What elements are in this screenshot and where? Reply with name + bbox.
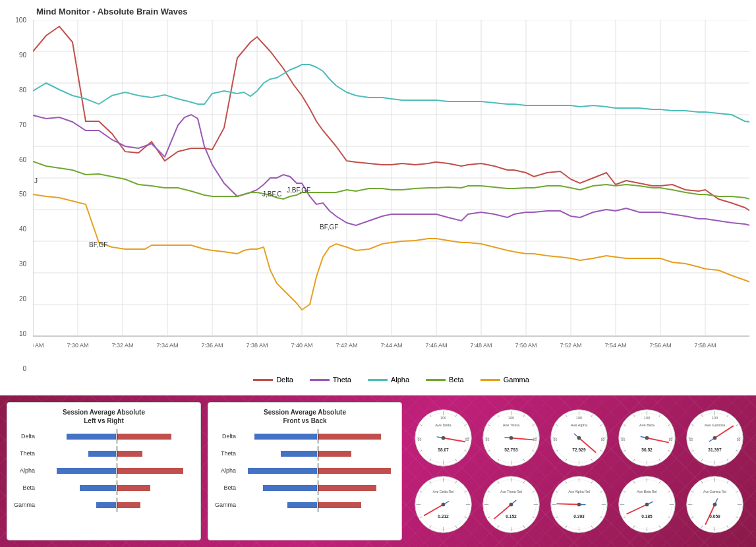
- gauge-ave-delta: 100 50 50 Ave Delta 58.07: [412, 407, 475, 469]
- left-chart-content: Delta Theta: [13, 429, 195, 512]
- bottom-section: Session Average AbsoluteLeft vs Right De…: [0, 395, 756, 547]
- bar-row-delta-fb: Delta: [214, 429, 396, 444]
- svg-text:56.52: 56.52: [641, 447, 653, 452]
- svg-text:7:58 AM: 7:58 AM: [694, 342, 716, 349]
- bar-label-theta-fb: Theta: [214, 450, 239, 457]
- gauge-delta-svg: 100 50 50 Ave Delta 58.07: [412, 407, 475, 469]
- svg-text:7:30 AM: 7:30 AM: [67, 342, 88, 349]
- gauge-alpha-rel-svg: Ave Alpha Rel 0.393: [548, 473, 610, 536]
- annotation-jbfgf: J,BF,GF: [287, 187, 310, 194]
- bar-label-theta-lr: Theta: [13, 450, 38, 457]
- svg-text:100: 100: [576, 416, 583, 420]
- svg-point-130: [645, 436, 649, 440]
- svg-text:7:32 AM: 7:32 AM: [111, 342, 133, 349]
- annotation-j: J: [34, 177, 38, 185]
- svg-text:Ave Gamma: Ave Gamma: [705, 423, 726, 427]
- svg-text:31.397: 31.397: [708, 447, 722, 452]
- svg-text:7:40 AM: 7:40 AM: [291, 342, 312, 349]
- svg-text:Ave Beta: Ave Beta: [639, 423, 655, 427]
- gauge-row-2: Ave Delta Rel 0.212: [409, 473, 749, 536]
- bar-area-beta-lr: [38, 480, 195, 495]
- right-chart-title: Session Average AbsoluteFront vs Back: [214, 408, 396, 425]
- bar-area-gamma-fb: [239, 498, 396, 512]
- bar-row-theta-fb: Theta: [214, 446, 396, 461]
- svg-text:7:50 AM: 7:50 AM: [515, 342, 537, 349]
- annotation-bfgf2: BF,GF: [320, 223, 338, 231]
- legend-gamma: Gamma: [480, 376, 529, 384]
- svg-text:7:56 AM: 7:56 AM: [649, 342, 671, 349]
- bar-row-theta-lr: Theta: [13, 446, 195, 461]
- annotation-jbfc: J,BF,C: [262, 190, 281, 198]
- legend-delta-label: Delta: [276, 376, 293, 384]
- bar-area-theta-lr: [38, 446, 195, 461]
- svg-text:Ave Theta: Ave Theta: [503, 423, 521, 427]
- gauge-delta-rel-svg: Ave Delta Rel 0.212: [412, 473, 475, 536]
- svg-text:Ave Beta Rel: Ave Beta Rel: [637, 490, 656, 494]
- gauge-ave-delta-rel: Ave Delta Rel 0.212: [412, 473, 475, 536]
- bar-row-alpha-fb: Alpha: [214, 463, 396, 478]
- svg-text:0.212: 0.212: [438, 514, 449, 519]
- svg-text:7:52 AM: 7:52 AM: [560, 342, 581, 349]
- svg-text:7:38 AM: 7:38 AM: [246, 342, 268, 349]
- bar-label-alpha-lr: Alpha: [13, 467, 38, 474]
- bar-label-alpha-fb: Alpha: [214, 467, 239, 474]
- bar-label-beta-lr: Beta: [13, 484, 38, 491]
- gauges-section: 100 50 50 Ave Delta 58.07: [409, 407, 749, 536]
- gauge-ave-alpha: 100 50 50 Ave Alpha 72.929: [548, 407, 610, 469]
- x-axis-labels: 7:28 AM 7:30 AM 7:32 AM 7:34 AM 7:36 AM …: [33, 342, 716, 349]
- svg-text:50: 50: [533, 438, 537, 442]
- left-chart-title: Session Average AbsoluteLeft vs Right: [13, 408, 195, 425]
- main-chart: 7:28 AM 7:30 AM 7:32 AM 7:34 AM 7:36 AM …: [33, 20, 749, 362]
- annotation-bfgf1: BF,GF: [89, 241, 107, 248]
- bar-area-delta-fb: [239, 429, 396, 444]
- svg-text:100: 100: [712, 416, 718, 420]
- svg-point-86: [509, 436, 513, 440]
- bar-area-theta-fb: [239, 446, 396, 461]
- gauge-beta-rel-svg: Ave Beta Rel 0.185: [616, 473, 678, 536]
- gauge-theta-svg: 100 50 50 Ave Theta 52.793: [480, 407, 542, 469]
- svg-text:50: 50: [601, 438, 605, 442]
- svg-text:7:46 AM: 7:46 AM: [425, 342, 447, 349]
- legend-beta-label: Beta: [449, 376, 464, 384]
- left-bar-chart: Session Average AbsoluteLeft vs Right De…: [7, 402, 201, 540]
- svg-text:50: 50: [689, 438, 693, 442]
- gauge-ave-alpha-rel: Ave Alpha Rel 0.393: [548, 473, 610, 536]
- svg-line-207: [557, 504, 579, 504]
- svg-point-190: [509, 503, 513, 507]
- legend-beta-line: [426, 379, 446, 381]
- chart-legend: Delta Theta Alpha Beta Gamma: [33, 376, 749, 384]
- chart-title: Mind Monitor - Absolute Brain Waves: [36, 7, 187, 16]
- gauge-alpha-svg: 100 50 50 Ave Alpha 72.929: [548, 407, 610, 469]
- bar-area-delta-lr: [38, 429, 195, 444]
- svg-text:100: 100: [440, 416, 447, 420]
- svg-text:50: 50: [737, 438, 741, 442]
- bar-row-delta-lr: Delta: [13, 429, 195, 444]
- svg-text:Ave Gamma Rel: Ave Gamma Rel: [703, 490, 726, 494]
- svg-text:100: 100: [508, 416, 515, 420]
- svg-text:7:42 AM: 7:42 AM: [335, 342, 357, 349]
- svg-text:Ave Alpha: Ave Alpha: [571, 423, 588, 427]
- legend-alpha: Alpha: [368, 376, 409, 384]
- bar-label-beta-fb: Beta: [214, 484, 239, 491]
- bar-area-alpha-lr: [38, 463, 195, 478]
- bar-label-delta-lr: Delta: [13, 433, 38, 440]
- svg-text:52.793: 52.793: [504, 447, 518, 452]
- svg-text:50: 50: [465, 438, 469, 442]
- gauge-row-1: 100 50 50 Ave Delta 58.07: [409, 407, 749, 469]
- legend-theta-label: Theta: [333, 376, 351, 384]
- bar-row-beta-lr: Beta: [13, 480, 195, 495]
- svg-text:0.393: 0.393: [573, 514, 585, 519]
- svg-text:7:48 AM: 7:48 AM: [470, 342, 492, 349]
- bar-row-alpha-lr: Alpha: [13, 463, 195, 478]
- gauge-theta-rel-svg: Ave Theta Rel 0.152: [480, 473, 542, 536]
- svg-text:58.07: 58.07: [438, 447, 449, 452]
- svg-text:50: 50: [669, 438, 673, 442]
- svg-text:50: 50: [417, 438, 421, 442]
- svg-point-152: [713, 436, 717, 440]
- svg-text:7:44 AM: 7:44 AM: [380, 342, 402, 349]
- gauge-gamma-rel-svg: Ave Gamma Rel 0.059: [683, 473, 746, 536]
- svg-point-171: [442, 503, 446, 507]
- y-axis: 100 90 80 70 60 50 40 30 20 10 0: [0, 16, 30, 372]
- right-chart-content: Delta Theta: [214, 429, 396, 512]
- legend-alpha-line: [368, 379, 388, 381]
